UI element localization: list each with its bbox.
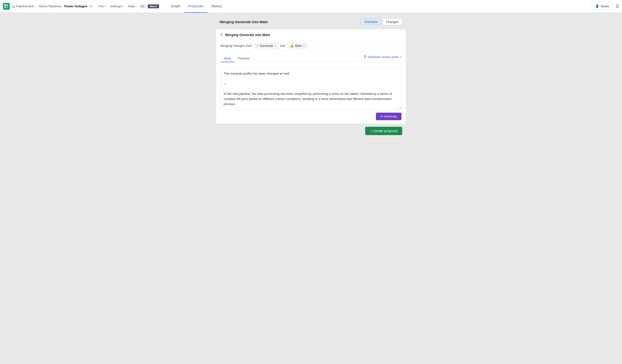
- topbar-left: 🗂 Pipeline Buil... › Demo Pipelines › Po…: [3, 3, 159, 10]
- share-icon: 👤: [595, 4, 599, 8]
- svg-rect-3: [7, 7, 8, 8]
- help-menu[interactable]: Help ▾: [126, 3, 138, 9]
- settings-menu[interactable]: Settings ▾: [108, 3, 125, 9]
- doc-icon: 🗂: [12, 4, 15, 8]
- merge-icon: ⑂: [220, 33, 223, 37]
- tab-history[interactable]: History: [207, 0, 226, 13]
- batch-badge: Batch: [148, 4, 159, 8]
- svg-rect-1: [7, 4, 8, 6]
- inner-tabs: Write Preview: [220, 53, 363, 62]
- merge-from-row: Merging changes from ⑂ Generate ▾ into 🔒…: [216, 40, 406, 51]
- lines-icon[interactable]: ☰: [616, 4, 619, 9]
- breadcrumb-sep-2: ›: [62, 5, 63, 8]
- topbar: 🗂 Pipeline Buil... › Demo Pipelines › Po…: [0, 0, 622, 13]
- star-icon[interactable]: ★: [89, 4, 93, 9]
- markdown-guide-label: Markdown syntax guide: [368, 55, 398, 59]
- into-label: into: [280, 44, 285, 48]
- generate-button[interactable]: ✦ Generate: [376, 113, 402, 120]
- branch-from-icon: ⑂: [257, 44, 259, 48]
- card-header: ⑂ Merging Generate into Main: [216, 29, 406, 40]
- proposal-card: ⑂ Merging Generate into Main Merging cha…: [216, 29, 406, 124]
- svg-rect-2: [4, 7, 6, 8]
- app-logo[interactable]: [3, 3, 10, 10]
- merging-label: Merging changes from: [220, 44, 252, 48]
- external-link-icon: ↗: [399, 56, 402, 59]
- branch-from-selector[interactable]: ⑂ Generate ▾: [254, 43, 278, 49]
- branch-to-chevron-icon: ▾: [303, 44, 304, 47]
- help-chevron-icon: ▾: [135, 5, 136, 8]
- generate-row: ✦ Generate: [220, 113, 402, 120]
- file-menu[interactable]: File ▾: [97, 3, 108, 9]
- changes-button[interactable]: Changes: [382, 19, 402, 25]
- branch-to-label: Main: [295, 44, 302, 48]
- page-title: Merging Generate into Main: [220, 20, 268, 24]
- branch-to-selector[interactable]: 🔒 Main ▾: [287, 43, 307, 49]
- markdown-guide-link[interactable]: ❓ Markdown syntax guide ↗: [363, 55, 402, 59]
- file-chevron-icon: ▾: [104, 5, 106, 8]
- main-content: Merging Generate into Main Overview Chan…: [0, 13, 622, 364]
- card-body: The compute profile has been changed as …: [216, 62, 406, 124]
- tab-proposals[interactable]: Proposals: [184, 0, 207, 13]
- inner-tabs-row: Write Preview ❓ Markdown syntax guide ↗: [216, 51, 406, 62]
- topbar-right: 👤 Share ☰: [591, 3, 619, 10]
- question-icon: ❓: [363, 55, 367, 59]
- instance-badge: ⊟ 1: [139, 4, 146, 8]
- branch-from-label: Generate: [260, 44, 273, 48]
- breadcrumb-item-2[interactable]: Demo Pipelines: [39, 4, 61, 8]
- nav-tabs: Graph Proposals History: [167, 0, 226, 12]
- settings-chevron-icon: ▾: [122, 5, 123, 8]
- share-button[interactable]: 👤 Share: [591, 3, 613, 10]
- content-header: Merging Generate into Main Overview Chan…: [216, 19, 406, 25]
- breadcrumb-item-1[interactable]: Pipeline Buil...: [16, 4, 36, 8]
- pipeline-icon: ⊟: [141, 5, 143, 8]
- breadcrumb: 🗂 Pipeline Buil... › Demo Pipelines › Po…: [12, 4, 93, 9]
- tab-graph[interactable]: Graph: [167, 0, 184, 13]
- proposal-textarea[interactable]: The compute profile has been changed as …: [220, 68, 402, 110]
- overview-changes-tabs: Overview Changes: [361, 19, 402, 25]
- svg-rect-0: [4, 4, 6, 6]
- branch-from-chevron-icon: ▾: [274, 44, 276, 47]
- create-proposal-button[interactable]: + Create proposal: [365, 127, 402, 135]
- branch-to-icon: 🔒: [290, 44, 294, 48]
- menu-items: File ▾ Settings ▾ Help ▾ ⊟ 1 Batch: [97, 3, 159, 9]
- write-tab[interactable]: Write: [220, 55, 235, 62]
- card-title: Merging Generate into Main: [225, 33, 270, 37]
- preview-tab[interactable]: Preview: [235, 55, 253, 62]
- breadcrumb-item-3: Power Outages: [64, 4, 87, 8]
- create-proposal-row: + Create proposal: [216, 127, 406, 135]
- breadcrumb-sep-1: ›: [37, 5, 38, 8]
- overview-button[interactable]: Overview: [361, 19, 381, 25]
